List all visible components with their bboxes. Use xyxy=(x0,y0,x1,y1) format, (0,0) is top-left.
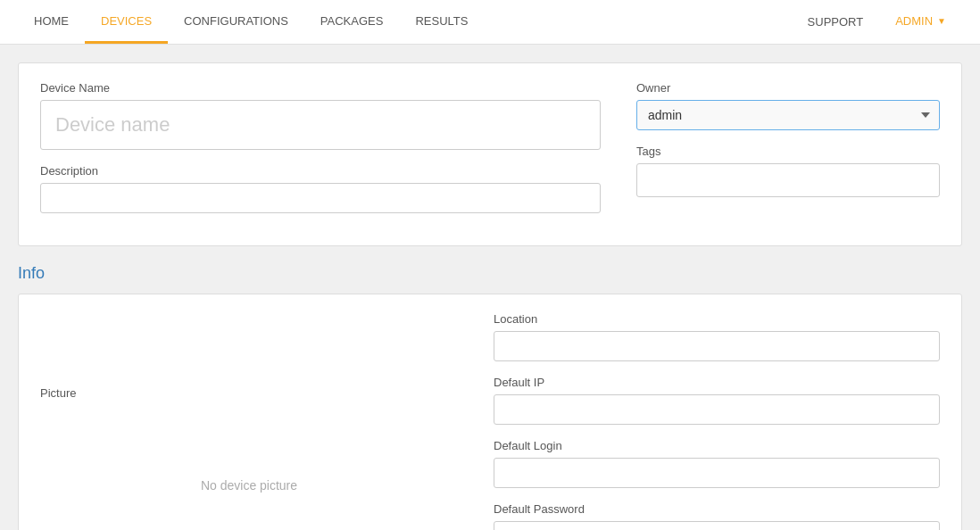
picture-label: Picture xyxy=(40,386,76,400)
default-login-input[interactable] xyxy=(494,458,940,488)
device-name-input[interactable] xyxy=(40,100,601,150)
device-form-right: Owner admin Tags xyxy=(636,81,940,228)
info-title: Info xyxy=(18,264,962,283)
default-login-label: Default Login xyxy=(494,439,940,452)
location-input[interactable] xyxy=(494,331,940,361)
default-ip-label: Default IP xyxy=(494,376,940,389)
default-login-group: Default Login xyxy=(494,439,940,488)
device-name-group: Device Name xyxy=(40,81,601,150)
device-card: Device Name Description Owner admin Ta xyxy=(18,62,962,246)
info-fields-col: Location Default IP Default Login Defaul… xyxy=(494,312,940,530)
default-ip-group: Default IP xyxy=(494,376,940,425)
admin-dropdown-icon: ▼ xyxy=(937,16,946,26)
nav-devices[interactable]: DEVICES xyxy=(85,0,168,44)
no-picture-text: No device picture xyxy=(201,478,297,493)
default-password-input[interactable] xyxy=(494,521,940,530)
location-label: Location xyxy=(494,312,940,326)
nav-packages[interactable]: PACKAGES xyxy=(304,0,400,44)
nav-configurations[interactable]: CONFIGURATIONS xyxy=(168,0,304,44)
device-form-row: Device Name Description Owner admin Ta xyxy=(40,81,940,228)
default-password-group: Default Password xyxy=(494,502,940,530)
description-input[interactable] xyxy=(40,183,601,213)
main-content: Device Name Description Owner admin Ta xyxy=(0,45,980,530)
tags-label: Tags xyxy=(636,145,940,158)
nav-home[interactable]: HOME xyxy=(18,0,85,44)
navbar: HOME DEVICES CONFIGURATIONS PACKAGES RES… xyxy=(0,0,980,45)
owner-select[interactable]: admin xyxy=(636,100,940,130)
owner-label: Owner xyxy=(636,81,940,95)
tags-group: Tags xyxy=(636,145,940,197)
nav-support[interactable]: SUPPORT xyxy=(792,0,880,44)
default-ip-input[interactable] xyxy=(494,394,940,425)
device-form-left: Device Name Description xyxy=(40,81,601,228)
info-section: Info Picture No device picture Location … xyxy=(18,264,962,530)
default-password-label: Default Password xyxy=(494,502,940,516)
description-group: Description xyxy=(40,164,601,213)
nav-results[interactable]: RESULTS xyxy=(399,0,484,44)
nav-admin[interactable]: ADMIN ▼ xyxy=(879,0,962,44)
location-group: Location xyxy=(494,312,940,361)
picture-col: Picture No device picture xyxy=(40,312,458,530)
info-card: Picture No device picture Location Defau… xyxy=(18,294,962,530)
description-label: Description xyxy=(40,164,601,178)
tags-input[interactable] xyxy=(636,163,940,197)
owner-group: Owner admin xyxy=(636,81,940,130)
info-form-row: Picture No device picture Location Defau… xyxy=(40,312,940,530)
device-name-label: Device Name xyxy=(40,81,601,95)
